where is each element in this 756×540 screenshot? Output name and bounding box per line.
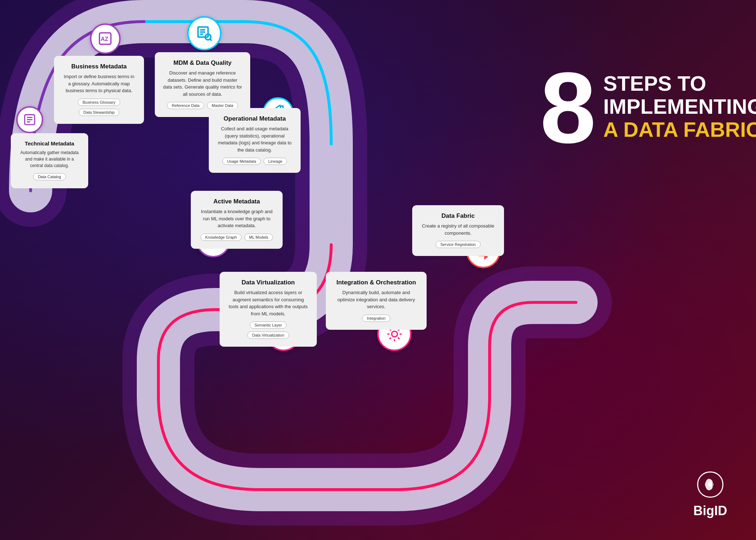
- icon-business-metadata: AZ: [90, 23, 121, 54]
- card-operational-metadata: Operational Metadata Collect and add usa…: [209, 108, 301, 173]
- card-title: Business Metadata: [62, 63, 136, 70]
- card-mdm-quality: MDM & Data Quality Discover and manage r…: [155, 52, 250, 117]
- tag-pill[interactable]: Data Stewardship: [79, 109, 120, 116]
- tag-pill[interactable]: Reference Data: [167, 102, 204, 109]
- card-data-virtualization: Data Virtualization Build virtualized ac…: [220, 272, 317, 347]
- tag-pill[interactable]: Usage Metadata: [222, 158, 261, 165]
- card-title: Technical Metadata: [19, 140, 80, 147]
- tag-service-registration[interactable]: Service Registration: [436, 241, 480, 248]
- svg-text:AZ: AZ: [101, 36, 108, 42]
- svg-line-8: [210, 39, 211, 40]
- card-title: Integration & Orchestration: [334, 279, 419, 286]
- tag-knowledge-graph[interactable]: Knowledge Graph: [201, 234, 242, 241]
- card-description: Discover and manage reference datasets. …: [163, 69, 242, 98]
- card-description: Collect and add usage metadata (query st…: [217, 125, 293, 153]
- icon-technical-metadata: [16, 106, 43, 133]
- tag-semantic-layer[interactable]: Semantic Layer: [250, 321, 287, 329]
- card-title: MDM & Data Quality: [163, 59, 242, 67]
- card-technical-metadata: Technical Metadata Automatically gather …: [11, 133, 88, 188]
- number-eight: 8: [540, 65, 596, 150]
- tag-ml-models[interactable]: ML Models: [244, 234, 273, 241]
- card-title: Operational Metadata: [217, 115, 293, 122]
- card-integration-orchestration: Integration & Orchestration Dynamically …: [326, 272, 427, 330]
- card-description: Instantiate a knowledge graph and run ML…: [199, 208, 275, 229]
- card-description: Automatically gather metadata and make i…: [19, 149, 80, 169]
- bigid-logo: BigID: [693, 470, 727, 518]
- title-section: 8 STEPS TO IMPLEMENTING A DATA FABRIC: [540, 65, 727, 150]
- card-data-fabric: Data Fabric Create a registry of all com…: [412, 205, 504, 256]
- svg-point-41: [708, 483, 712, 486]
- card-business-metadata: Business Metadata Import or define busin…: [54, 56, 144, 124]
- title-line1: STEPS TO: [603, 72, 756, 95]
- title-line3: A DATA FABRIC: [603, 118, 756, 141]
- icon-mdm-quality: [187, 16, 221, 50]
- card-title: Active Metadata: [199, 198, 275, 205]
- svg-point-36: [392, 331, 397, 337]
- tag-pill[interactable]: Business Glossary: [78, 99, 120, 106]
- card-title: Data Virtualization: [228, 279, 309, 286]
- title-line2: IMPLEMENTING: [603, 95, 756, 118]
- card-description: Create a registry of all composable comp…: [420, 222, 496, 237]
- tag-pill[interactable]: Lineage: [264, 158, 287, 165]
- card-active-metadata: Active Metadata Instantiate a knowledge …: [191, 191, 283, 249]
- bigid-text: BigID: [693, 503, 727, 518]
- card-title: Data Fabric: [420, 212, 496, 220]
- tag-data-virtualization[interactable]: Data Virtualization: [247, 332, 289, 339]
- card-description: Dynamically build, automate and optimize…: [334, 289, 419, 310]
- card-description: Import or define business terms in a glo…: [62, 73, 136, 94]
- card-description: Build virtualized access layers or augme…: [228, 289, 309, 317]
- tag-pill[interactable]: Data Catalog: [33, 173, 66, 180]
- tag-integration[interactable]: Integration: [362, 315, 390, 322]
